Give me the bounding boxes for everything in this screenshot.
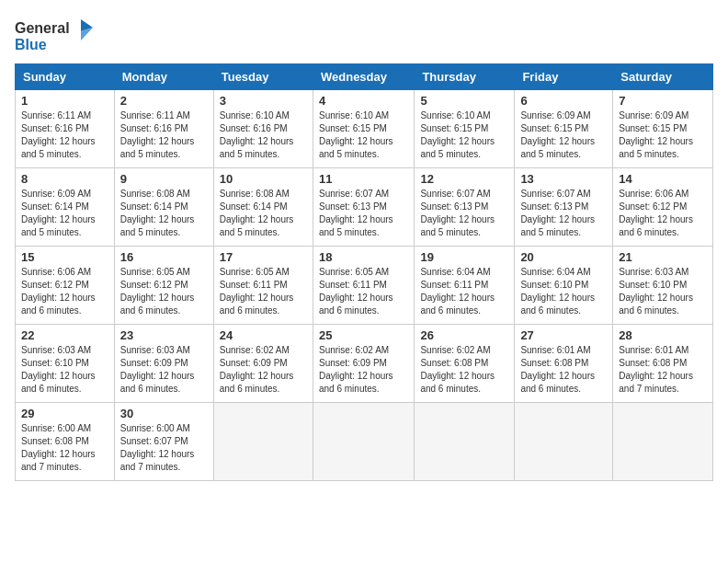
day-cell-16: 16Sunrise: 6:05 AMSunset: 6:12 PMDayligh… <box>114 247 213 325</box>
day-info: Sunrise: 6:09 AMSunset: 6:15 PMDaylight:… <box>619 109 707 161</box>
page-header: GeneralBlue <box>15 15 713 56</box>
header-row: SundayMondayTuesdayWednesdayThursdayFrid… <box>16 64 713 90</box>
day-cell-1: 1Sunrise: 6:11 AMSunset: 6:16 PMDaylight… <box>16 90 115 168</box>
day-header-friday: Friday <box>515 64 613 90</box>
week-row-5: 29Sunrise: 6:00 AMSunset: 6:08 PMDayligh… <box>16 403 713 481</box>
day-info: Sunrise: 6:08 AMSunset: 6:14 PMDaylight:… <box>120 188 208 239</box>
day-info: Sunrise: 6:02 AMSunset: 6:08 PMDaylight:… <box>420 344 508 396</box>
day-cell-7: 7Sunrise: 6:09 AMSunset: 6:15 PMDaylight… <box>613 90 713 168</box>
day-info: Sunrise: 6:07 AMSunset: 6:13 PMDaylight:… <box>319 188 408 239</box>
day-number: 23 <box>120 328 208 342</box>
week-row-3: 15Sunrise: 6:06 AMSunset: 6:12 PMDayligh… <box>16 247 713 325</box>
day-number: 7 <box>619 94 707 108</box>
day-info: Sunrise: 6:10 AMSunset: 6:15 PMDaylight:… <box>319 109 408 161</box>
day-cell-15: 15Sunrise: 6:06 AMSunset: 6:12 PMDayligh… <box>16 247 115 325</box>
day-cell-3: 3Sunrise: 6:10 AMSunset: 6:16 PMDaylight… <box>213 90 313 168</box>
day-cell-11: 11Sunrise: 6:07 AMSunset: 6:13 PMDayligh… <box>313 168 414 247</box>
day-info: Sunrise: 6:08 AMSunset: 6:14 PMDaylight:… <box>220 188 307 239</box>
day-info: Sunrise: 6:05 AMSunset: 6:12 PMDaylight:… <box>120 266 208 317</box>
day-number: 24 <box>220 328 307 342</box>
day-info: Sunrise: 6:07 AMSunset: 6:13 PMDaylight:… <box>420 188 508 239</box>
day-info: Sunrise: 6:10 AMSunset: 6:15 PMDaylight:… <box>420 109 508 161</box>
day-number: 20 <box>520 250 607 264</box>
calendar-table: SundayMondayTuesdayWednesdayThursdayFrid… <box>15 63 713 481</box>
day-cell-29: 29Sunrise: 6:00 AMSunset: 6:08 PMDayligh… <box>16 403 115 481</box>
day-number: 22 <box>21 328 108 342</box>
day-number: 6 <box>520 94 607 108</box>
day-number: 9 <box>120 172 208 186</box>
empty-cell <box>515 403 613 481</box>
week-row-4: 22Sunrise: 6:03 AMSunset: 6:10 PMDayligh… <box>16 325 713 403</box>
day-info: Sunrise: 6:07 AMSunset: 6:13 PMDaylight:… <box>520 188 607 239</box>
day-info: Sunrise: 6:09 AMSunset: 6:15 PMDaylight:… <box>520 109 607 161</box>
day-header-monday: Monday <box>114 64 213 90</box>
day-info: Sunrise: 6:01 AMSunset: 6:08 PMDaylight:… <box>520 344 607 396</box>
day-cell-2: 2Sunrise: 6:11 AMSunset: 6:16 PMDaylight… <box>114 90 213 168</box>
day-info: Sunrise: 6:11 AMSunset: 6:16 PMDaylight:… <box>21 109 108 161</box>
day-info: Sunrise: 6:05 AMSunset: 6:11 PMDaylight:… <box>220 266 307 317</box>
day-cell-12: 12Sunrise: 6:07 AMSunset: 6:13 PMDayligh… <box>415 168 515 247</box>
day-cell-30: 30Sunrise: 6:00 AMSunset: 6:07 PMDayligh… <box>114 403 213 481</box>
day-number: 8 <box>21 172 108 186</box>
day-cell-24: 24Sunrise: 6:02 AMSunset: 6:09 PMDayligh… <box>213 325 313 403</box>
day-cell-23: 23Sunrise: 6:03 AMSunset: 6:09 PMDayligh… <box>114 325 213 403</box>
day-info: Sunrise: 6:03 AMSunset: 6:09 PMDaylight:… <box>120 344 208 396</box>
logo: GeneralBlue <box>15 15 97 56</box>
day-number: 29 <box>21 407 108 420</box>
day-number: 5 <box>420 94 508 108</box>
day-cell-28: 28Sunrise: 6:01 AMSunset: 6:08 PMDayligh… <box>613 325 713 403</box>
week-row-2: 8Sunrise: 6:09 AMSunset: 6:14 PMDaylight… <box>16 168 713 247</box>
day-header-wednesday: Wednesday <box>313 64 414 90</box>
day-header-saturday: Saturday <box>613 64 713 90</box>
logo-svg: GeneralBlue <box>15 15 97 56</box>
day-number: 13 <box>520 172 607 186</box>
day-info: Sunrise: 6:02 AMSunset: 6:09 PMDaylight:… <box>220 344 307 396</box>
day-info: Sunrise: 6:04 AMSunset: 6:10 PMDaylight:… <box>520 266 607 317</box>
day-number: 15 <box>21 250 108 264</box>
day-info: Sunrise: 6:10 AMSunset: 6:16 PMDaylight:… <box>220 109 307 161</box>
empty-cell <box>213 403 313 481</box>
day-number: 10 <box>220 172 307 186</box>
day-number: 1 <box>21 94 108 108</box>
day-info: Sunrise: 6:01 AMSunset: 6:08 PMDaylight:… <box>619 344 707 396</box>
day-cell-18: 18Sunrise: 6:05 AMSunset: 6:11 PMDayligh… <box>313 247 414 325</box>
day-cell-17: 17Sunrise: 6:05 AMSunset: 6:11 PMDayligh… <box>213 247 313 325</box>
day-number: 3 <box>220 94 307 108</box>
day-number: 28 <box>619 328 707 342</box>
day-info: Sunrise: 6:06 AMSunset: 6:12 PMDaylight:… <box>21 266 108 317</box>
day-cell-8: 8Sunrise: 6:09 AMSunset: 6:14 PMDaylight… <box>16 168 115 247</box>
day-number: 4 <box>319 94 408 108</box>
day-info: Sunrise: 6:04 AMSunset: 6:11 PMDaylight:… <box>420 266 508 317</box>
week-row-1: 1Sunrise: 6:11 AMSunset: 6:16 PMDaylight… <box>16 90 713 168</box>
day-cell-6: 6Sunrise: 6:09 AMSunset: 6:15 PMDaylight… <box>515 90 613 168</box>
svg-text:Blue: Blue <box>15 37 47 52</box>
day-info: Sunrise: 6:03 AMSunset: 6:10 PMDaylight:… <box>619 266 707 317</box>
empty-cell <box>415 403 515 481</box>
day-number: 12 <box>420 172 508 186</box>
day-info: Sunrise: 6:11 AMSunset: 6:16 PMDaylight:… <box>120 109 208 161</box>
day-info: Sunrise: 6:05 AMSunset: 6:11 PMDaylight:… <box>319 266 408 317</box>
day-number: 16 <box>120 250 208 264</box>
day-header-tuesday: Tuesday <box>213 64 313 90</box>
day-info: Sunrise: 6:03 AMSunset: 6:10 PMDaylight:… <box>21 344 108 396</box>
day-number: 21 <box>619 250 707 264</box>
day-cell-26: 26Sunrise: 6:02 AMSunset: 6:08 PMDayligh… <box>415 325 515 403</box>
day-info: Sunrise: 6:00 AMSunset: 6:07 PMDaylight:… <box>120 422 208 474</box>
day-cell-27: 27Sunrise: 6:01 AMSunset: 6:08 PMDayligh… <box>515 325 613 403</box>
day-number: 26 <box>420 328 508 342</box>
day-info: Sunrise: 6:09 AMSunset: 6:14 PMDaylight:… <box>21 188 108 239</box>
day-header-sunday: Sunday <box>16 64 115 90</box>
day-number: 11 <box>319 172 408 186</box>
day-cell-5: 5Sunrise: 6:10 AMSunset: 6:15 PMDaylight… <box>415 90 515 168</box>
day-cell-9: 9Sunrise: 6:08 AMSunset: 6:14 PMDaylight… <box>114 168 213 247</box>
day-info: Sunrise: 6:02 AMSunset: 6:09 PMDaylight:… <box>319 344 408 396</box>
day-cell-20: 20Sunrise: 6:04 AMSunset: 6:10 PMDayligh… <box>515 247 613 325</box>
day-cell-21: 21Sunrise: 6:03 AMSunset: 6:10 PMDayligh… <box>613 247 713 325</box>
day-cell-22: 22Sunrise: 6:03 AMSunset: 6:10 PMDayligh… <box>16 325 115 403</box>
svg-text:General: General <box>15 20 70 36</box>
day-info: Sunrise: 6:06 AMSunset: 6:12 PMDaylight:… <box>619 188 707 239</box>
day-cell-14: 14Sunrise: 6:06 AMSunset: 6:12 PMDayligh… <box>613 168 713 247</box>
day-cell-10: 10Sunrise: 6:08 AMSunset: 6:14 PMDayligh… <box>213 168 313 247</box>
day-number: 18 <box>319 250 408 264</box>
day-number: 19 <box>420 250 508 264</box>
